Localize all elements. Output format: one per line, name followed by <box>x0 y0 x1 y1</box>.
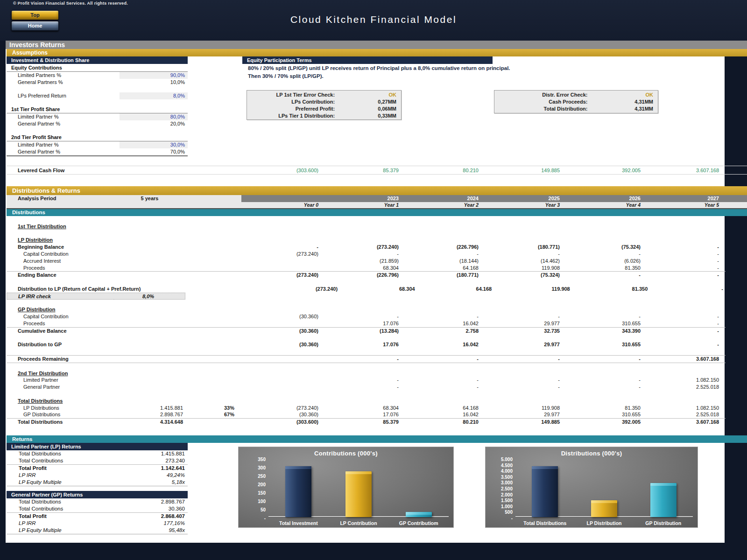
cell[interactable]: 343.390 <box>562 328 643 335</box>
year-header-cell[interactable]: 2025 <box>481 195 562 202</box>
returns-value[interactable]: 2.898.767 <box>115 498 188 505</box>
cell[interactable]: (6.026) <box>562 258 643 265</box>
cell[interactable]: 119.908 <box>494 286 572 293</box>
cell[interactable]: 3.607.168 <box>643 419 721 426</box>
assumption-value-cell[interactable]: 20,0% <box>120 120 188 127</box>
cell[interactable]: - <box>650 286 726 293</box>
cell[interactable]: (273.240) <box>237 251 321 258</box>
cell[interactable]: - <box>401 356 481 363</box>
cell[interactable]: 29.977 <box>481 411 562 418</box>
cell[interactable]: 17.076 <box>321 411 401 418</box>
cell[interactable]: 2.525.018 <box>643 384 721 391</box>
cell[interactable]: 29.977 <box>481 341 562 348</box>
cell[interactable]: 2.758 <box>401 328 481 335</box>
cell[interactable]: (13.284) <box>321 328 401 335</box>
cell[interactable]: 2.898.767 <box>114 411 185 418</box>
cell[interactable]: (180.771) <box>481 244 562 251</box>
cell[interactable]: - <box>643 313 721 320</box>
cell[interactable]: - <box>562 377 643 384</box>
cell[interactable]: - <box>643 244 721 251</box>
cell[interactable]: (14.462) <box>481 258 562 265</box>
cell[interactable]: - <box>481 377 562 384</box>
returns-value[interactable]: 30.360 <box>115 505 188 512</box>
cell[interactable]: 64.168 <box>417 286 494 293</box>
cell[interactable]: (75.324) <box>481 272 562 279</box>
cell[interactable]: 80.210 <box>401 419 481 426</box>
cell[interactable]: - <box>321 251 401 258</box>
year-header-cell[interactable]: 2024 <box>401 195 481 202</box>
cell[interactable]: 1.082.150 <box>643 377 721 384</box>
cell[interactable]: 80.210 <box>401 167 481 175</box>
cell[interactable]: 392.005 <box>562 419 643 426</box>
cell[interactable]: 119.908 <box>481 265 562 272</box>
cell[interactable]: - <box>643 320 721 327</box>
returns-value[interactable]: 1.142.641 <box>115 465 188 472</box>
cell[interactable]: - <box>481 384 562 391</box>
cell[interactable]: (273.240) <box>237 405 321 412</box>
cell[interactable]: - <box>643 328 721 335</box>
cell[interactable]: - <box>481 356 562 363</box>
assumption-input-cell[interactable]: 80,0% <box>120 113 188 120</box>
cell[interactable]: 68.304 <box>321 405 401 412</box>
cell[interactable]: - <box>562 272 643 279</box>
cell[interactable]: - <box>643 265 721 272</box>
cell[interactable]: - <box>562 384 643 391</box>
cell[interactable]: 85.379 <box>321 419 401 426</box>
cell[interactable]: 17.076 <box>321 320 401 327</box>
cell[interactable]: - <box>562 356 643 363</box>
year-header-cell[interactable]: 2026 <box>562 195 643 202</box>
cell[interactable]: (226.796) <box>321 272 401 279</box>
cell[interactable]: - <box>321 313 401 320</box>
cell[interactable]: 81.350 <box>562 265 643 272</box>
cell[interactable]: 64.168 <box>401 265 481 272</box>
cell[interactable]: 119.908 <box>481 405 562 412</box>
cell[interactable]: - <box>321 377 401 384</box>
returns-value[interactable]: 2.868.407 <box>115 513 188 520</box>
cell[interactable]: 16.042 <box>401 341 481 348</box>
cell[interactable]: (30.360) <box>237 411 321 418</box>
cell[interactable]: - <box>401 313 481 320</box>
returns-value[interactable]: 5,18x <box>115 479 188 486</box>
cell[interactable]: 1.082.150 <box>643 405 721 412</box>
cell[interactable]: (30.360) <box>237 328 321 335</box>
analysis-period-value[interactable]: 5 years <box>114 195 185 202</box>
cell[interactable]: - <box>643 258 721 265</box>
cell[interactable]: - <box>401 377 481 384</box>
cell[interactable]: 310.655 <box>562 341 643 348</box>
cell[interactable]: (226.796) <box>401 244 481 251</box>
cell[interactable]: 8,0% <box>114 293 185 300</box>
cell[interactable]: 17.076 <box>321 341 401 348</box>
cell[interactable]: 3.607.168 <box>643 167 721 175</box>
year-header-cell[interactable]: 2023 <box>321 195 401 202</box>
cell[interactable]: 68.304 <box>340 286 417 293</box>
cell[interactable]: (30.360) <box>237 341 321 348</box>
cell[interactable]: - <box>237 244 321 251</box>
cell[interactable]: 81.350 <box>562 405 643 412</box>
assumption-value-cell[interactable]: 70,0% <box>120 148 188 155</box>
cell[interactable]: - <box>401 384 481 391</box>
cell[interactable]: (180.771) <box>401 272 481 279</box>
cell[interactable]: - <box>643 341 721 348</box>
cell[interactable]: 310.655 <box>562 320 643 327</box>
cell[interactable]: 32.735 <box>481 328 562 335</box>
cell[interactable]: 2.525.018 <box>643 411 721 418</box>
cell[interactable]: - <box>562 251 643 258</box>
assumption-value-cell[interactable]: 10,0% <box>120 79 188 86</box>
cell[interactable]: - <box>321 384 401 391</box>
assumption-input-cell[interactable]: 30,0% <box>120 141 188 148</box>
year-header-cell[interactable]: 2027 <box>643 195 721 202</box>
returns-value[interactable]: 1.415.881 <box>115 450 188 457</box>
cell[interactable]: 29.977 <box>481 320 562 327</box>
cell[interactable]: 16.042 <box>401 411 481 418</box>
cell[interactable]: - <box>643 251 721 258</box>
cell[interactable]: (18.144) <box>401 258 481 265</box>
cell[interactable]: 64.168 <box>401 405 481 412</box>
cell[interactable]: (21.859) <box>321 258 401 265</box>
cell[interactable]: 85.379 <box>321 167 401 175</box>
cell[interactable]: - <box>643 272 721 279</box>
cell[interactable]: (30.360) <box>237 313 321 320</box>
cell[interactable]: (303.600) <box>237 167 321 175</box>
assumption-input-cell[interactable]: 90,0% <box>120 72 188 79</box>
cell[interactable]: (273.240) <box>321 244 401 251</box>
cell[interactable]: 3.607.168 <box>643 356 721 363</box>
